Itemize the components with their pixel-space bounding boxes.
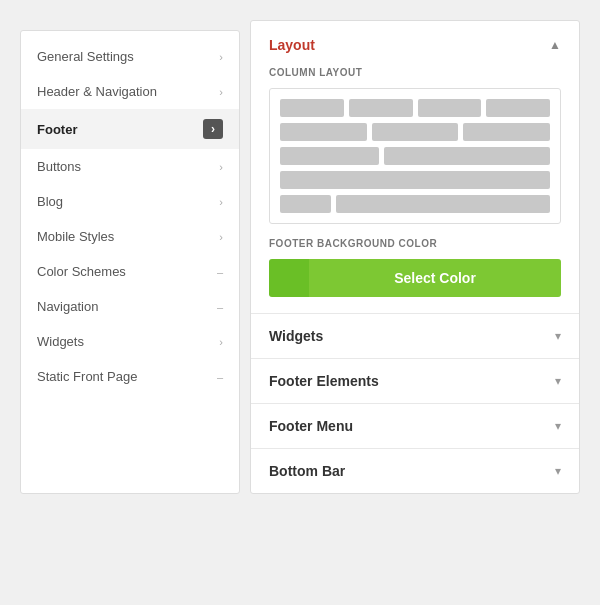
chevron-right-icon: › <box>219 231 223 243</box>
sidebar: General Settings › Header & Navigation ›… <box>20 30 240 494</box>
select-color-label: Select Color <box>309 259 561 297</box>
layout-row-4[interactable] <box>280 171 550 189</box>
sidebar-item-header-navigation[interactable]: Header & Navigation › <box>21 74 239 109</box>
layout-block <box>336 195 550 213</box>
chevron-down-icon: ▾ <box>555 419 561 433</box>
chevron-right-icon-active: › <box>203 119 223 139</box>
chevron-right-icon: › <box>219 51 223 63</box>
main-container: General Settings › Header & Navigation ›… <box>20 20 580 494</box>
right-panel: Layout ▲ COLUMN LAYOUT <box>250 20 580 494</box>
sidebar-item-static-front-page[interactable]: Static Front Page – <box>21 359 239 394</box>
collapse-arrow-icon[interactable]: ▲ <box>549 38 561 52</box>
column-layout-grid <box>269 88 561 224</box>
chevron-right-icon: – <box>217 371 223 383</box>
layout-block <box>280 195 331 213</box>
layout-block <box>384 147 550 165</box>
layout-block <box>280 171 550 189</box>
layout-row-3[interactable] <box>280 147 550 165</box>
chevron-down-icon: ▾ <box>555 374 561 388</box>
sidebar-item-footer[interactable]: Footer › <box>21 109 239 149</box>
layout-row-2[interactable] <box>280 123 550 141</box>
sidebar-item-mobile-styles[interactable]: Mobile Styles › <box>21 219 239 254</box>
layout-section: Layout ▲ COLUMN LAYOUT <box>251 21 579 314</box>
accordion-label: Footer Menu <box>269 418 353 434</box>
accordion-widgets[interactable]: Widgets ▾ <box>251 314 579 359</box>
footer-bg-label: FOOTER BACKGROUND COLOR <box>269 238 561 249</box>
chevron-right-icon: › <box>219 86 223 98</box>
sidebar-item-blog[interactable]: Blog › <box>21 184 239 219</box>
layout-block <box>372 123 459 141</box>
layout-row-1[interactable] <box>280 99 550 117</box>
layout-title: Layout <box>269 37 315 53</box>
chevron-right-icon: › <box>219 196 223 208</box>
accordion-footer-elements[interactable]: Footer Elements ▾ <box>251 359 579 404</box>
accordion-bottom-bar[interactable]: Bottom Bar ▾ <box>251 449 579 493</box>
column-layout-label: COLUMN LAYOUT <box>269 67 561 78</box>
accordion-label: Footer Elements <box>269 373 379 389</box>
sidebar-item-buttons[interactable]: Buttons › <box>21 149 239 184</box>
layout-block <box>280 123 367 141</box>
sidebar-item-general-settings[interactable]: General Settings › <box>21 39 239 74</box>
layout-block <box>280 147 379 165</box>
layout-block <box>463 123 550 141</box>
layout-row-5[interactable] <box>280 195 550 213</box>
chevron-down-icon: ▾ <box>555 329 561 343</box>
layout-block <box>280 99 344 117</box>
layout-header: Layout ▲ <box>269 37 561 53</box>
chevron-right-icon: › <box>219 161 223 173</box>
chevron-down-icon: ▾ <box>555 464 561 478</box>
select-color-button[interactable]: Select Color <box>269 259 561 297</box>
layout-block <box>418 99 482 117</box>
chevron-right-icon: › <box>219 336 223 348</box>
color-swatch <box>269 259 309 297</box>
layout-block <box>349 99 413 117</box>
chevron-right-icon: – <box>217 301 223 313</box>
accordion-label: Bottom Bar <box>269 463 345 479</box>
footer-bg-section: FOOTER BACKGROUND COLOR Select Color <box>269 238 561 297</box>
layout-block <box>486 99 550 117</box>
sidebar-item-widgets[interactable]: Widgets › <box>21 324 239 359</box>
accordion-footer-menu[interactable]: Footer Menu ▾ <box>251 404 579 449</box>
sidebar-item-navigation[interactable]: Navigation – <box>21 289 239 324</box>
chevron-right-icon: – <box>217 266 223 278</box>
sidebar-item-color-schemes[interactable]: Color Schemes – <box>21 254 239 289</box>
accordion-label: Widgets <box>269 328 323 344</box>
